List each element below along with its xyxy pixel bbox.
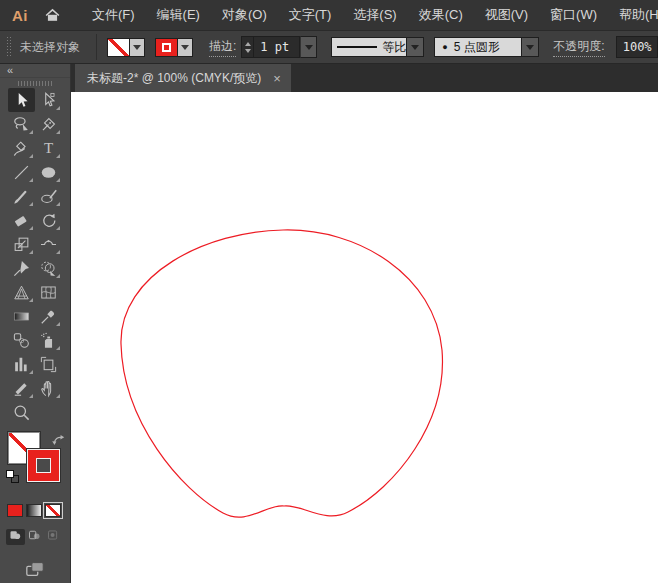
line-segment-tool[interactable] bbox=[8, 160, 35, 184]
pen-tool[interactable] bbox=[35, 112, 62, 136]
menu-window[interactable]: 窗口(W) bbox=[539, 6, 608, 24]
menu-help[interactable]: 帮助(H) bbox=[608, 6, 658, 24]
gradient-tool[interactable] bbox=[8, 304, 35, 328]
stroke-weight-stepper[interactable] bbox=[241, 36, 254, 58]
menu-type[interactable]: 文字(T) bbox=[278, 6, 343, 24]
menu-effect[interactable]: 效果(C) bbox=[408, 6, 474, 24]
menu-file[interactable]: 文件(F) bbox=[81, 6, 146, 24]
stroke-color-dropdown[interactable] bbox=[155, 38, 193, 57]
hand-tool[interactable] bbox=[35, 376, 62, 400]
chevron-down-icon bbox=[181, 45, 189, 50]
hand-icon bbox=[39, 379, 58, 398]
menu-object[interactable]: 对象(O) bbox=[211, 6, 278, 24]
perspective-grid-tool[interactable] bbox=[8, 280, 35, 304]
paintbrush-tool[interactable] bbox=[8, 184, 35, 208]
stroke-chevron[interactable] bbox=[178, 38, 193, 57]
apple-outline-path[interactable] bbox=[121, 230, 443, 517]
mesh-icon bbox=[39, 283, 58, 302]
control-separator bbox=[96, 34, 97, 60]
grip-dots-icon bbox=[18, 81, 52, 86]
perspective-grid-icon bbox=[12, 283, 31, 302]
symbol-sprayer-icon bbox=[39, 331, 58, 350]
menu-bar: Ai 文件(F)编辑(E)对象(O)文字(T)选择(S)效果(C)视图(V)窗口… bbox=[0, 0, 658, 30]
shape-builder-tool[interactable] bbox=[35, 256, 62, 280]
screen-mode-button[interactable] bbox=[23, 559, 47, 583]
fill-none-swatch bbox=[107, 38, 130, 57]
svg-text:T: T bbox=[44, 140, 53, 156]
none-button[interactable] bbox=[45, 504, 61, 517]
lasso-icon bbox=[12, 115, 31, 134]
eyedropper-tool[interactable] bbox=[35, 304, 62, 328]
width-profile-dropdown[interactable]: 等比 bbox=[331, 37, 407, 57]
opacity-label[interactable]: 不透明度: bbox=[553, 38, 604, 57]
tab-close-icon[interactable]: × bbox=[273, 72, 281, 85]
toolbar-collapse-button[interactable]: « bbox=[0, 64, 70, 78]
brush-value: 5 点圆形 bbox=[454, 39, 500, 56]
draw-normal-button[interactable] bbox=[6, 529, 25, 545]
stroke-indicator-icon bbox=[162, 43, 171, 52]
control-bar-grip[interactable] bbox=[6, 36, 12, 58]
home-icon[interactable] bbox=[44, 7, 61, 24]
draw-normal-icon bbox=[8, 528, 23, 546]
type-tool[interactable]: T bbox=[35, 136, 62, 160]
color-button[interactable] bbox=[7, 504, 23, 517]
slice-tool[interactable] bbox=[8, 376, 35, 400]
stroke-weight-input[interactable]: 1 pt bbox=[254, 36, 300, 58]
brush-chevron[interactable] bbox=[522, 37, 539, 57]
swap-fill-stroke-icon[interactable] bbox=[51, 433, 65, 451]
default-fill-stroke-icon[interactable] bbox=[6, 470, 21, 484]
puppet-warp-icon bbox=[12, 259, 31, 278]
fill-chevron[interactable] bbox=[130, 38, 145, 57]
direct-selection-icon bbox=[39, 91, 58, 110]
width-icon bbox=[39, 235, 58, 254]
blend-icon bbox=[12, 331, 31, 350]
shaper-tool[interactable] bbox=[35, 184, 62, 208]
eraser-tool[interactable] bbox=[8, 208, 35, 232]
artboard-tool[interactable] bbox=[35, 352, 62, 376]
menu-view[interactable]: 视图(V) bbox=[474, 6, 539, 24]
document-tab[interactable]: 未标题-2* @ 100% (CMYK/预览) × bbox=[75, 64, 291, 92]
draw-behind-button[interactable] bbox=[25, 529, 44, 545]
symbol-sprayer-tool[interactable] bbox=[35, 328, 62, 352]
mesh-tool[interactable] bbox=[35, 280, 62, 304]
blend-tool[interactable] bbox=[8, 328, 35, 352]
artwork-layer bbox=[71, 92, 658, 583]
gradient-button[interactable] bbox=[26, 504, 42, 517]
puppet-warp-tool[interactable] bbox=[8, 256, 35, 280]
illustrator-window: Ai 文件(F)编辑(E)对象(O)文字(T)选择(S)效果(C)视图(V)窗口… bbox=[0, 0, 658, 583]
ellipse-tool[interactable] bbox=[35, 160, 62, 184]
draw-behind-icon bbox=[27, 528, 42, 546]
draw-mode-buttons bbox=[6, 529, 70, 545]
lasso-tool[interactable] bbox=[8, 112, 35, 136]
stepper-down-icon bbox=[245, 49, 251, 53]
zoom-tool[interactable] bbox=[8, 400, 35, 424]
stroke-proxy-swatch[interactable] bbox=[27, 449, 60, 482]
opacity-input[interactable]: 100% bbox=[616, 36, 658, 58]
artboard-canvas[interactable] bbox=[71, 92, 658, 583]
rotate-tool[interactable] bbox=[35, 208, 62, 232]
ellipse-icon bbox=[39, 163, 58, 182]
artboard-icon bbox=[39, 355, 58, 374]
zoom-icon bbox=[12, 403, 31, 422]
slice-icon bbox=[12, 379, 31, 398]
stroke-weight-dropdown[interactable] bbox=[300, 36, 317, 58]
scale-icon bbox=[12, 235, 31, 254]
menu-select[interactable]: 选择(S) bbox=[342, 6, 407, 24]
pen-icon bbox=[39, 115, 58, 134]
type-icon: T bbox=[39, 139, 58, 158]
stroke-weight-label[interactable]: 描边: bbox=[209, 38, 236, 57]
column-graph-tool[interactable] bbox=[8, 352, 35, 376]
direct-selection-tool[interactable] bbox=[35, 88, 62, 112]
menu-edit[interactable]: 编辑(E) bbox=[146, 6, 211, 24]
eraser-icon bbox=[12, 211, 31, 230]
width-profile-chevron[interactable] bbox=[407, 37, 424, 57]
brush-definition-dropdown[interactable]: ● 5 点圆形 bbox=[434, 37, 522, 57]
selection-tool[interactable] bbox=[8, 88, 35, 112]
scale-tool[interactable] bbox=[8, 232, 35, 256]
width-tool[interactable] bbox=[35, 232, 62, 256]
fill-color-dropdown[interactable] bbox=[107, 38, 145, 57]
menu-items: 文件(F)编辑(E)对象(O)文字(T)选择(S)效果(C)视图(V)窗口(W)… bbox=[81, 6, 658, 24]
tool-grid: T bbox=[0, 88, 70, 424]
toolbar-grip[interactable] bbox=[0, 78, 70, 88]
curvature-tool[interactable] bbox=[8, 136, 35, 160]
